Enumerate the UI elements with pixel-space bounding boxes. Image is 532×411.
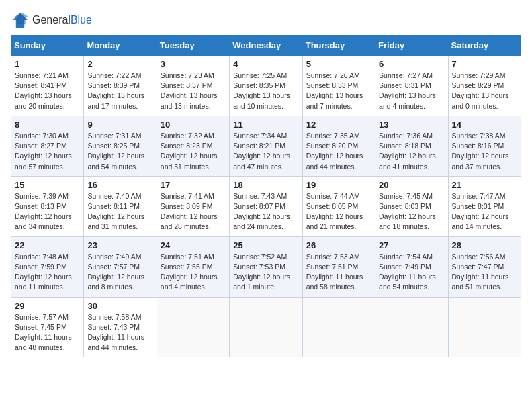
calendar-cell: 30Sunrise: 7:58 AMSunset: 7:43 PMDayligh…	[84, 297, 157, 357]
day-info: Sunrise: 7:41 AMSunset: 8:09 PMDaylight:…	[161, 191, 226, 232]
calendar-cell: 12Sunrise: 7:35 AMSunset: 8:20 PMDayligh…	[302, 116, 375, 176]
day-header-wednesday: Wednesday	[230, 36, 302, 56]
day-info: Sunrise: 7:27 AMSunset: 8:31 PMDaylight:…	[379, 71, 444, 111]
day-number: 28	[452, 240, 517, 250]
calendar-cell: 16Sunrise: 7:40 AMSunset: 8:11 PMDayligh…	[84, 176, 157, 236]
calendar-cell: 13Sunrise: 7:36 AMSunset: 8:18 PMDayligh…	[375, 116, 448, 176]
calendar-cell: 10Sunrise: 7:32 AMSunset: 8:23 PMDayligh…	[157, 116, 229, 176]
calendar-cell	[448, 297, 521, 357]
calendar-cell: 8Sunrise: 7:30 AMSunset: 8:27 PMDaylight…	[11, 116, 84, 176]
day-info: Sunrise: 7:51 AMSunset: 7:55 PMDaylight:…	[161, 252, 226, 293]
calendar-cell: 1Sunrise: 7:21 AMSunset: 8:41 PMDaylight…	[11, 56, 84, 116]
calendar-cell	[230, 297, 302, 357]
calendar-cell: 17Sunrise: 7:41 AMSunset: 8:09 PMDayligh…	[157, 176, 229, 236]
day-number: 6	[379, 59, 444, 69]
day-number: 1	[15, 59, 80, 69]
calendar-cell: 29Sunrise: 7:57 AMSunset: 7:45 PMDayligh…	[11, 297, 84, 357]
day-info: Sunrise: 7:57 AMSunset: 7:45 PMDaylight:…	[15, 312, 80, 353]
calendar-cell: 19Sunrise: 7:44 AMSunset: 8:05 PMDayligh…	[302, 176, 375, 236]
day-info: Sunrise: 7:22 AMSunset: 8:39 PMDaylight:…	[87, 71, 152, 111]
calendar: SundayMondayTuesdayWednesdayThursdayFrid…	[11, 35, 521, 357]
calendar-cell: 2Sunrise: 7:22 AMSunset: 8:39 PMDaylight…	[84, 56, 157, 116]
calendar-cell: 25Sunrise: 7:52 AMSunset: 7:53 PMDayligh…	[230, 236, 302, 297]
day-info: Sunrise: 7:39 AMSunset: 8:13 PMDaylight:…	[15, 191, 80, 232]
day-info: Sunrise: 7:34 AMSunset: 8:21 PMDaylight:…	[233, 131, 298, 172]
day-header-thursday: Thursday	[302, 36, 375, 56]
calendar-cell: 27Sunrise: 7:54 AMSunset: 7:49 PMDayligh…	[375, 236, 448, 297]
day-number: 9	[87, 120, 152, 130]
day-number: 10	[161, 120, 226, 130]
logo-icon	[11, 11, 30, 30]
calendar-week-4: 22Sunrise: 7:48 AMSunset: 7:59 PMDayligh…	[11, 236, 521, 297]
logo: GeneralBlue	[11, 11, 92, 30]
calendar-cell: 15Sunrise: 7:39 AMSunset: 8:13 PMDayligh…	[11, 176, 84, 236]
day-number: 29	[15, 301, 80, 311]
day-number: 21	[452, 180, 517, 190]
day-number: 19	[306, 180, 371, 190]
day-info: Sunrise: 7:48 AMSunset: 7:59 PMDaylight:…	[15, 252, 80, 293]
day-number: 7	[452, 59, 517, 69]
day-info: Sunrise: 7:49 AMSunset: 7:57 PMDaylight:…	[87, 252, 152, 293]
day-number: 20	[379, 180, 444, 190]
day-info: Sunrise: 7:47 AMSunset: 8:01 PMDaylight:…	[452, 191, 517, 232]
day-number: 13	[379, 120, 444, 130]
calendar-cell: 5Sunrise: 7:26 AMSunset: 8:33 PMDaylight…	[302, 56, 375, 116]
calendar-cell: 7Sunrise: 7:29 AMSunset: 8:29 PMDaylight…	[448, 56, 521, 116]
day-number: 27	[379, 240, 444, 250]
calendar-cell: 20Sunrise: 7:45 AMSunset: 8:03 PMDayligh…	[375, 176, 448, 236]
day-number: 16	[87, 180, 152, 190]
calendar-header-row: SundayMondayTuesdayWednesdayThursdayFrid…	[11, 36, 521, 56]
day-info: Sunrise: 7:56 AMSunset: 7:47 PMDaylight:…	[452, 252, 517, 293]
day-info: Sunrise: 7:26 AMSunset: 8:33 PMDaylight:…	[306, 71, 371, 111]
day-header-friday: Friday	[375, 36, 448, 56]
calendar-cell: 28Sunrise: 7:56 AMSunset: 7:47 PMDayligh…	[448, 236, 521, 297]
day-info: Sunrise: 7:54 AMSunset: 7:49 PMDaylight:…	[379, 252, 444, 293]
header: GeneralBlue	[11, 11, 521, 30]
day-info: Sunrise: 7:43 AMSunset: 8:07 PMDaylight:…	[233, 191, 298, 232]
day-header-tuesday: Tuesday	[157, 36, 229, 56]
calendar-cell	[302, 297, 375, 357]
day-number: 17	[161, 180, 226, 190]
day-info: Sunrise: 7:44 AMSunset: 8:05 PMDaylight:…	[306, 191, 371, 232]
day-number: 15	[15, 180, 80, 190]
calendar-cell: 26Sunrise: 7:53 AMSunset: 7:51 PMDayligh…	[302, 236, 375, 297]
calendar-cell: 21Sunrise: 7:47 AMSunset: 8:01 PMDayligh…	[448, 176, 521, 236]
day-header-monday: Monday	[84, 36, 157, 56]
calendar-cell: 3Sunrise: 7:23 AMSunset: 8:37 PMDaylight…	[157, 56, 229, 116]
day-number: 26	[306, 240, 371, 250]
calendar-cell: 22Sunrise: 7:48 AMSunset: 7:59 PMDayligh…	[11, 236, 84, 297]
day-info: Sunrise: 7:31 AMSunset: 8:25 PMDaylight:…	[87, 131, 152, 172]
day-info: Sunrise: 7:21 AMSunset: 8:41 PMDaylight:…	[15, 71, 80, 111]
logo-general: General	[32, 14, 71, 26]
day-info: Sunrise: 7:52 AMSunset: 7:53 PMDaylight:…	[233, 252, 298, 293]
day-number: 5	[306, 59, 371, 69]
calendar-cell	[157, 297, 229, 357]
logo-text: GeneralBlue	[32, 14, 92, 26]
logo-blue: Blue	[71, 14, 92, 26]
calendar-cell: 6Sunrise: 7:27 AMSunset: 8:31 PMDaylight…	[375, 56, 448, 116]
day-info: Sunrise: 7:35 AMSunset: 8:20 PMDaylight:…	[306, 131, 371, 172]
calendar-week-3: 15Sunrise: 7:39 AMSunset: 8:13 PMDayligh…	[11, 176, 521, 236]
calendar-cell: 23Sunrise: 7:49 AMSunset: 7:57 PMDayligh…	[84, 236, 157, 297]
day-info: Sunrise: 7:45 AMSunset: 8:03 PMDaylight:…	[379, 191, 444, 232]
day-info: Sunrise: 7:25 AMSunset: 8:35 PMDaylight:…	[233, 71, 298, 111]
day-info: Sunrise: 7:40 AMSunset: 8:11 PMDaylight:…	[87, 191, 152, 232]
day-info: Sunrise: 7:32 AMSunset: 8:23 PMDaylight:…	[161, 131, 226, 172]
day-header-saturday: Saturday	[448, 36, 521, 56]
calendar-cell: 18Sunrise: 7:43 AMSunset: 8:07 PMDayligh…	[230, 176, 302, 236]
day-number: 14	[452, 120, 517, 130]
day-number: 22	[15, 240, 80, 250]
day-number: 11	[233, 120, 298, 130]
calendar-cell: 24Sunrise: 7:51 AMSunset: 7:55 PMDayligh…	[157, 236, 229, 297]
calendar-week-2: 8Sunrise: 7:30 AMSunset: 8:27 PMDaylight…	[11, 116, 521, 176]
day-info: Sunrise: 7:29 AMSunset: 8:29 PMDaylight:…	[452, 71, 517, 111]
day-info: Sunrise: 7:38 AMSunset: 8:16 PMDaylight:…	[452, 131, 517, 172]
day-number: 23	[87, 240, 152, 250]
calendar-cell	[375, 297, 448, 357]
day-number: 24	[161, 240, 226, 250]
day-number: 25	[233, 240, 298, 250]
day-number: 12	[306, 120, 371, 130]
calendar-week-1: 1Sunrise: 7:21 AMSunset: 8:41 PMDaylight…	[11, 56, 521, 116]
day-info: Sunrise: 7:36 AMSunset: 8:18 PMDaylight:…	[379, 131, 444, 172]
calendar-week-5: 29Sunrise: 7:57 AMSunset: 7:45 PMDayligh…	[11, 297, 521, 357]
